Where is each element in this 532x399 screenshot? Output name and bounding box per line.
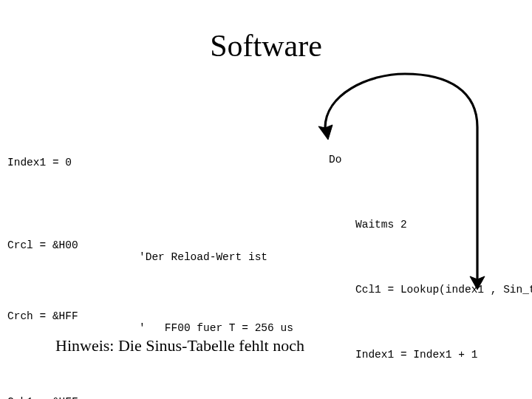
- comment: ' FF00 fuer T = 256 us: [139, 322, 293, 334]
- left-code-column: Index1 = 0 Crcl = &H00 'Der Reload-Wert …: [7, 121, 332, 399]
- code-line: Ccl1 = Lookup(index1 , Sin_tab): [329, 284, 528, 296]
- code-line: Index1 = 0: [7, 145, 332, 158]
- page-title: Software: [0, 28, 532, 64]
- code-line: Crcl = &H00 'Der Reload-Wert ist: [7, 228, 332, 241]
- stmt: Crcl = &H00: [7, 239, 78, 251]
- right-code-column: Do Waitms 2 Ccl1 = Lookup(index1 , Sin_t…: [329, 130, 528, 399]
- hint-text: Hinweis: Die Sinus-Tabelle fehlt noch: [55, 336, 304, 355]
- code-line: Crch = &HFF ' FF00 fuer T = 256 us: [7, 299, 332, 312]
- code-line: Index1 = Index1 + 1: [329, 349, 528, 361]
- stmt: Index1 = 0: [7, 157, 72, 168]
- stmt: Crch = &HFF: [7, 310, 78, 322]
- code-line: Cch1 = &HFF 'High Byte des Compare-Reg: [7, 384, 332, 398]
- code-line: Do: [329, 154, 528, 166]
- slide: Software Index1 = 0 Crcl = &H00 'Der Rel…: [0, 0, 532, 399]
- stmt: Cch1 = &HFF: [7, 396, 78, 399]
- comment: 'Der Reload-Wert ist: [139, 251, 267, 263]
- code-line: Waitms 2: [329, 219, 528, 231]
